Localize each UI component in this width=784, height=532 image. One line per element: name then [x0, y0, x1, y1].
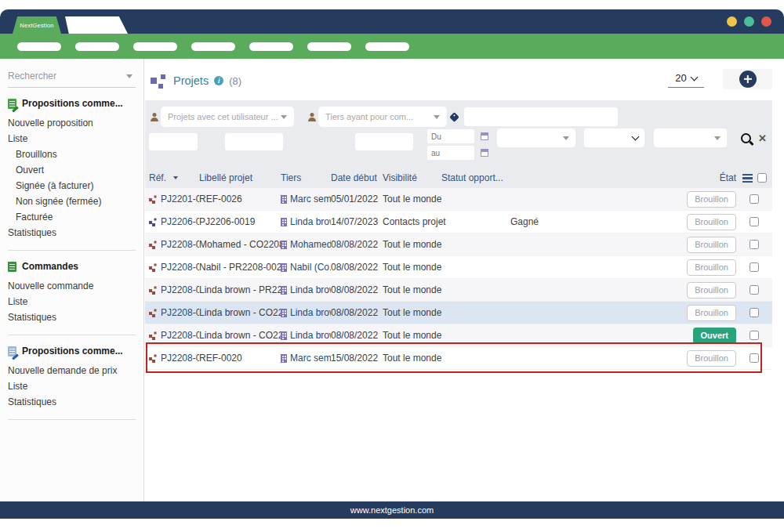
row-checkbox[interactable]: [750, 217, 759, 226]
table-row[interactable]: PJ2208-0027 Linda brown - CO2208-0018...…: [145, 302, 772, 324]
project-ref-link[interactable]: PJ2208-0025: [161, 262, 199, 273]
row-checkbox[interactable]: [750, 194, 759, 204]
tiers-link[interactable]: Nabil (Co...: [290, 262, 331, 273]
calendar-icon[interactable]: [481, 132, 488, 140]
column-ref[interactable]: Réf.: [149, 172, 199, 183]
user-filter-select[interactable]: Projets avec cet utilisateur ...: [162, 107, 293, 126]
row-checkbox[interactable]: [750, 331, 759, 340]
project-ref-link[interactable]: PJ2208-0029: [161, 330, 199, 341]
calendar-icon[interactable]: [481, 149, 488, 157]
sidebar-item[interactable]: Statistiques: [8, 394, 136, 410]
ref-filter-input[interactable]: [149, 133, 198, 150]
status-badge: Brouillon: [687, 305, 736, 321]
nav-menu-item[interactable]: [249, 42, 293, 51]
tiers-link[interactable]: Linda brown: [290, 216, 331, 227]
clear-filters-icon[interactable]: ✕: [758, 134, 767, 143]
close-light-icon[interactable]: [761, 16, 771, 27]
column-statut[interactable]: Statut opport...: [441, 172, 598, 183]
tiers-text-filter-input[interactable]: [355, 133, 413, 150]
row-checkbox[interactable]: [750, 353, 759, 363]
tiers-link[interactable]: Marc semon: [290, 194, 331, 204]
tiers-link[interactable]: Mohamed: [290, 239, 331, 250]
sidebar-item[interactable]: Liste: [8, 131, 136, 147]
project-ref-link[interactable]: PJ2208-0024: [161, 239, 199, 250]
row-checkbox[interactable]: [750, 262, 759, 272]
label-filter-input[interactable]: [225, 133, 283, 150]
nav-menu-item[interactable]: [307, 42, 351, 51]
sidebar-item[interactable]: Statistiques: [8, 309, 136, 325]
date-to-input[interactable]: [427, 146, 474, 160]
statut-filter-select[interactable]: [584, 128, 644, 147]
nav-menu-item[interactable]: [75, 42, 119, 51]
row-checkbox[interactable]: [750, 285, 759, 295]
sidebar-item[interactable]: Non signée (fermée): [8, 194, 136, 209]
project-label: PJ2206-0019: [199, 216, 281, 227]
sidebar-item[interactable]: Liste: [8, 378, 136, 394]
search-icon[interactable]: [741, 133, 751, 143]
sidebar-section-header[interactable]: Propositions comme...: [8, 346, 136, 356]
list-view-icon[interactable]: [742, 174, 753, 183]
table-row[interactable]: PJ2208-0029 Linda brown - CO2208-0019...…: [145, 324, 772, 347]
row-checkbox[interactable]: [750, 240, 759, 249]
tag-filter-input[interactable]: [464, 107, 618, 126]
sidebar-item[interactable]: Statistiques: [8, 225, 136, 241]
project-ref-link[interactable]: PJ2208-0026: [161, 284, 199, 295]
column-date[interactable]: Date début: [331, 172, 383, 183]
row-checkbox[interactable]: [750, 308, 759, 317]
nav-menu-item[interactable]: [191, 42, 235, 51]
project-ref-link[interactable]: PJ2206-0019: [161, 216, 199, 227]
etat-filter-select[interactable]: [654, 128, 727, 147]
column-visibility[interactable]: Visibilité: [383, 172, 441, 183]
maximize-light-icon[interactable]: [744, 16, 754, 27]
nav-menu-item[interactable]: [17, 42, 61, 51]
column-etat[interactable]: État: [678, 172, 736, 183]
project-ref-link[interactable]: PJ2208-0030: [161, 353, 199, 364]
sidebar-item[interactable]: Nouvelle commande: [8, 278, 136, 294]
supplier-proposal-doc-icon: [8, 346, 16, 356]
add-project-button[interactable]: [739, 71, 757, 88]
sidebar-item[interactable]: Nouvelle demande de prix: [8, 363, 136, 378]
info-icon[interactable]: [214, 76, 223, 85]
select-all-checkbox[interactable]: [757, 173, 767, 183]
table-row[interactable]: PJ2206-0019 PJ2206-0019 Linda brown 14/0…: [145, 211, 772, 233]
column-tiers[interactable]: Tiers: [281, 172, 331, 183]
table-row[interactable]: PJ2208-0025 Nabil - PR2208-0026 converti…: [145, 256, 772, 279]
building-icon: [281, 195, 287, 204]
project-icon: [149, 263, 157, 271]
sidebar-section: Propositions comme... Nouvelle demande d…: [8, 335, 136, 420]
nav-menu-item[interactable]: [133, 42, 177, 51]
sidebar-item[interactable]: Brouillons: [8, 147, 136, 162]
date-from-input[interactable]: [427, 129, 474, 143]
nav-menu-item[interactable]: [365, 42, 409, 51]
chevron-down-icon: [632, 133, 640, 141]
table-row[interactable]: PJ2208-0024 Mohamed - CO2208-0017 c... M…: [145, 233, 772, 256]
sidebar-item[interactable]: Signée (à facturer): [8, 178, 136, 194]
table-row[interactable]: PJ2201-0009 REF-0026 Marc semon 05/01/20…: [145, 188, 772, 211]
brand-tab[interactable]: NextGestion: [13, 16, 61, 34]
tiers-link[interactable]: Linda brown: [290, 330, 331, 341]
sidebar-item[interactable]: Ouvert: [8, 162, 136, 178]
section-items: Nouvelle demande de prixListeStatistique…: [8, 363, 136, 410]
table-row[interactable]: PJ2208-0030 REF-0020 Marc semon 15/08/20…: [145, 347, 772, 370]
sidebar-item[interactable]: Liste: [8, 294, 136, 309]
minimize-light-icon[interactable]: [727, 16, 737, 27]
sidebar-item[interactable]: Nouvelle proposition: [8, 115, 136, 131]
tiers-link[interactable]: Linda brown: [290, 284, 331, 295]
tiers-filter-select[interactable]: Tiers ayant pour com...: [319, 107, 446, 126]
column-label[interactable]: Libellé projet: [199, 172, 281, 183]
visibility: Tout le monde: [383, 262, 441, 273]
tiers-link[interactable]: Marc semon: [290, 353, 331, 364]
page-title: Projets: [173, 74, 209, 87]
project-ref-link[interactable]: PJ2201-0009: [161, 194, 199, 204]
sidebar-search-select[interactable]: Rechercher: [8, 68, 136, 88]
page-size-select[interactable]: 20: [668, 72, 704, 88]
secondary-tab[interactable]: [65, 16, 128, 34]
visibility-filter-select[interactable]: [497, 128, 575, 147]
sidebar-section-header[interactable]: Commandes: [8, 261, 136, 272]
tiers-link[interactable]: Linda brown: [290, 307, 331, 318]
sidebar-section-header[interactable]: Propositions comme...: [8, 98, 136, 109]
table-row[interactable]: PJ2208-0026 Linda brown - PR2208-0027 ..…: [145, 279, 772, 302]
sidebar-item[interactable]: Facturée: [8, 209, 136, 225]
project-ref-link[interactable]: PJ2208-0027: [161, 307, 199, 318]
building-icon: [281, 286, 287, 295]
